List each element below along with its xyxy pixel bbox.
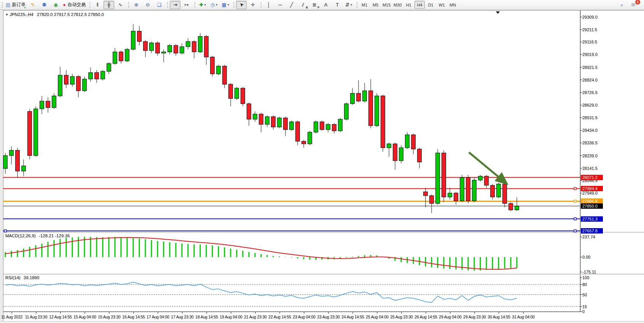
price-axis[interactable] bbox=[580, 10, 644, 312]
chart-ohlc-values: 27820.0 27917.5 27812.5 27850.0 bbox=[37, 12, 104, 17]
macd-label: MACD(12,26,9) bbox=[5, 233, 36, 238]
rsi-value: 39.1890 bbox=[24, 275, 40, 280]
mt4-window: ▤＋新订单✎⚉◉●自动交易⫴╫∿⊕⊖❏⇥↦✚▾◷▾▦▾➤✛│─╱⫽E≣FAT⇵▾… bbox=[0, 0, 644, 323]
rsi-pane-title: RSI(14) 39.1890 bbox=[5, 275, 39, 280]
price-line-label: 27984.4 bbox=[581, 186, 603, 191]
price-line-label: 27657.8 bbox=[581, 228, 603, 233]
time-axis[interactable] bbox=[3, 312, 580, 321]
macd-pane-title: MACD(12,26,9) -128.21 -129.36 bbox=[5, 233, 70, 238]
price-line-label: 27751.3 bbox=[581, 216, 603, 222]
price-line-label: 28071.2 bbox=[581, 175, 603, 180]
chart-symbol-period: JPN225-,H4 bbox=[10, 12, 33, 17]
price-line-label: 27850.0 bbox=[581, 203, 603, 209]
symbol-dropdown-icon[interactable]: ▼ bbox=[5, 13, 8, 16]
chart-title: ▼ JPN225-,H4 27820.0 27917.5 27812.5 278… bbox=[5, 12, 104, 17]
rsi-label: RSI(14) bbox=[5, 275, 21, 280]
chart-canvas[interactable] bbox=[0, 0, 644, 323]
status-bar bbox=[0, 321, 644, 323]
macd-values: -128.21 -129.36 bbox=[39, 233, 70, 238]
